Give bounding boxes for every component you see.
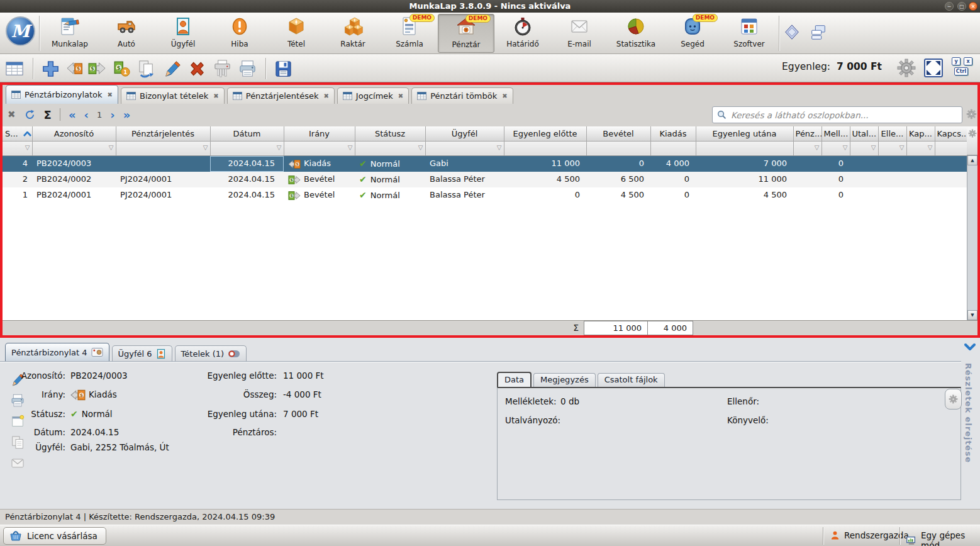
tab-jogcimek[interactable]: Jogcímek ✖ [337, 87, 409, 104]
toolbar-item-seged[interactable]: DEMO Segéd [664, 14, 721, 53]
close-tab-icon[interactable]: ✖ [323, 92, 328, 99]
column-header-kiadas[interactable]: Kiadás [650, 126, 696, 141]
edit-button[interactable] [162, 59, 182, 79]
filter-cell[interactable]: ▽ [210, 141, 284, 155]
toolbar-item-email[interactable]: E-mail [551, 14, 608, 53]
vertical-scrollbar[interactable]: ▲ ▼ [967, 155, 977, 320]
print-button[interactable] [238, 59, 257, 79]
toolbar-item-hatarido[interactable]: Határidő [494, 14, 551, 53]
expense-button[interactable] [66, 59, 86, 79]
refresh-button[interactable] [24, 109, 36, 121]
column-header-kap[interactable]: Kap... [906, 126, 935, 141]
tab-megjegyzes[interactable]: Megjegyzés [533, 373, 596, 387]
column-header-azonosito[interactable]: Azonosító [32, 126, 116, 141]
hotkey-button[interactable]: y x Ctrl [950, 57, 976, 79]
filter-cell[interactable]: ▽ [32, 141, 116, 155]
column-header-irany[interactable]: Irány [284, 126, 355, 141]
close-tab-icon[interactable]: ✖ [502, 92, 507, 99]
sum-button[interactable]: Σ [44, 108, 52, 121]
column-header-datum[interactable]: Dátum [210, 126, 284, 141]
tab-data[interactable]: Data [497, 372, 532, 387]
column-header-utal[interactable]: Utal... [850, 126, 878, 141]
mail-icon[interactable] [10, 455, 25, 471]
filter-cell[interactable]: ▽ [116, 141, 210, 155]
tab-penztari-tombok[interactable]: Pénztári tömbök ✖ [411, 87, 513, 104]
filter-cell[interactable]: ▽ [284, 141, 355, 155]
close-tab-icon[interactable]: ✖ [108, 91, 113, 98]
filter-cell[interactable] [935, 141, 967, 155]
tab-penztarbizonylatok[interactable]: Pénztárbizonylatok ✖ [6, 85, 118, 104]
delete-button[interactable] [187, 59, 207, 79]
column-header-penz[interactable]: Pénz... [793, 126, 821, 141]
close-tab-icon[interactable]: ✖ [398, 92, 403, 99]
hide-details-label[interactable]: Részletek elrejtése [964, 363, 973, 463]
minimize-button[interactable]: − [945, 2, 954, 11]
detail-settings-button[interactable] [945, 389, 962, 410]
tab-csatolt-fajlok[interactable]: Csatolt fájlok [598, 373, 665, 387]
detail-tab-ugyfel[interactable]: Ügyfél 6 [112, 345, 172, 361]
filter-cell[interactable]: ▽ [355, 141, 425, 155]
hide-details-button[interactable] [964, 343, 976, 352]
detail-tab-tetelek[interactable]: Tételek (1) [175, 345, 247, 361]
grid-view-button[interactable] [5, 59, 25, 79]
toolbar-item-ugyfel[interactable]: Ügyfél [155, 14, 211, 53]
save-button[interactable] [274, 59, 293, 79]
close-tab-icon[interactable]: ✖ [213, 92, 218, 99]
toolbar-item-szamla[interactable]: DEMO Számla [381, 14, 438, 53]
filter-cell[interactable]: ▽ [850, 141, 878, 155]
grid-settings-button[interactable] [967, 126, 977, 155]
filter-cell[interactable] [650, 141, 696, 155]
tab-bizonylat-tetelek[interactable]: Bizonylat tételek ✖ [121, 87, 225, 104]
toolbar-item-penztar[interactable]: DEMO Pénztár [438, 14, 494, 53]
column-header-egyenleg-utana[interactable]: Egyenleg utána [696, 126, 793, 141]
add-button[interactable] [41, 59, 60, 79]
toolbar-item-tetel[interactable]: Tétel [268, 14, 325, 53]
pagination-prev-button[interactable]: ‹ [84, 108, 89, 121]
scroll-up-button[interactable]: ▲ [967, 155, 977, 165]
toolbar-item-szoftver[interactable]: Szoftver [721, 14, 777, 53]
diamond-icon[interactable] [782, 23, 801, 42]
column-header-egyenleg-elotte[interactable]: Egyenleg előtte [504, 126, 586, 141]
filter-cell[interactable]: ▽ [906, 141, 935, 155]
pagination-last-button[interactable]: » [123, 108, 131, 121]
search-settings-button[interactable] [966, 109, 977, 120]
column-header-statusz[interactable]: Státusz [355, 126, 425, 141]
table-row[interactable]: 1 PB2024/0001 PJ2024/0001 2024.04.15 Bev… [3, 187, 967, 203]
column-header-bevetel[interactable]: Bevétel [586, 126, 650, 141]
scroll-down-button[interactable]: ▼ [967, 310, 977, 320]
filter-cell[interactable] [504, 141, 586, 155]
filter-cell[interactable]: ▽ [3, 141, 32, 155]
filter-cell[interactable]: ▽ [878, 141, 906, 155]
filter-cell[interactable] [696, 141, 793, 155]
search-input[interactable] [731, 110, 957, 120]
filter-cell[interactable]: ▽ [425, 141, 504, 155]
column-header-ugyfel[interactable]: Ügyfél [425, 126, 504, 141]
filter-cell[interactable]: ▽ [821, 141, 850, 155]
table-row[interactable]: 2 PB2024/0002 PJ2024/0001 2024.04.15 Bev… [3, 172, 967, 187]
column-header-sorszam[interactable]: S... [3, 126, 32, 141]
detail-tab-penztarbizonylat[interactable]: Pénztárbizonylat 4 [5, 343, 109, 361]
close-view-button[interactable]: ✖ [8, 109, 16, 120]
transfer-button[interactable]: 1 [112, 59, 131, 79]
settings-button[interactable] [896, 58, 916, 78]
license-button[interactable]: Licenc vásárlása [3, 527, 106, 545]
toolbar-item-statisztika[interactable]: Statisztika [608, 14, 664, 53]
pagination-next-button[interactable]: › [110, 108, 114, 121]
column-header-penztarjelentes[interactable]: Pénztárjelentés [116, 126, 210, 141]
tab-penztarjelentesek[interactable]: Pénztárjelentések ✖ [227, 87, 335, 104]
duplicate-button[interactable] [137, 59, 157, 79]
user-indicator[interactable]: Rendszergazda [830, 530, 909, 540]
toolbar-item-auto[interactable]: Autó [98, 14, 155, 53]
filter-cell[interactable]: ▽ [793, 141, 821, 155]
filter-cell[interactable] [586, 141, 650, 155]
pagination-first-button[interactable]: « [69, 108, 76, 121]
shred-button[interactable] [213, 59, 232, 79]
column-header-mell[interactable]: Mell... [821, 126, 850, 141]
toolbar-item-raktar[interactable]: Raktár [325, 14, 381, 53]
close-button[interactable]: ✕ [969, 2, 977, 11]
table-row[interactable]: 4 PB2024/0003 2024.04.15 Kiadás ✔Normál … [3, 155, 967, 172]
maximize-button[interactable]: □ [957, 2, 966, 11]
mode-indicator[interactable]: Egy gépes mód [906, 530, 980, 546]
app-logo[interactable]: M [6, 16, 35, 46]
toolbar-item-munkalap[interactable]: Munkalap [42, 14, 98, 53]
